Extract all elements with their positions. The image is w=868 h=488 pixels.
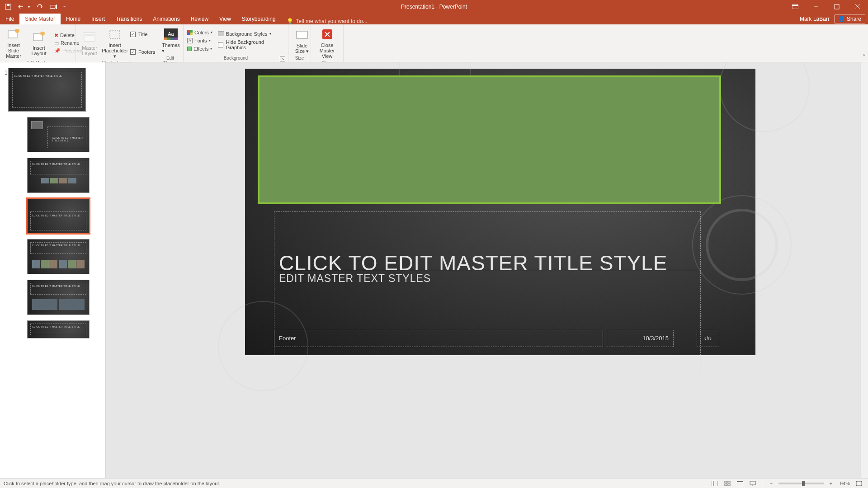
svg-rect-34 xyxy=(728,481,730,483)
vertical-scrollbar[interactable] xyxy=(860,62,868,478)
zoom-level[interactable]: 94% xyxy=(838,481,852,486)
effects-icon xyxy=(187,47,192,51)
user-name[interactable]: Mark LaBarr xyxy=(800,16,830,22)
redo-icon[interactable] xyxy=(36,3,43,10)
title-checkbox[interactable]: ✓Title xyxy=(128,31,157,38)
group-background: Colors▾ AFonts▾ Effects▾ Background Styl… xyxy=(184,24,288,62)
title-bar: ▾ ⁼ Presentation1 - PowerPoint xyxy=(0,0,868,14)
footer-placeholder[interactable]: Footer xyxy=(274,330,603,347)
colors-icon xyxy=(187,30,193,35)
group-master-layout: Master Layout Insert Placeholder ▾ ✓Titl… xyxy=(76,24,157,62)
master-thumbnail[interactable]: CLICK TO EDIT MASTER TITLE STYLE xyxy=(8,68,86,112)
layout-thumbnail[interactable]: CLICK TO EDIT MASTER TITLE STYLE xyxy=(27,280,90,315)
tab-file[interactable]: File xyxy=(0,14,19,24)
share-button[interactable]: 👤 Share xyxy=(834,14,865,23)
svg-rect-35 xyxy=(725,484,727,486)
date-placeholder[interactable]: 10/3/2015 xyxy=(607,330,674,347)
slide-sorter-view-icon[interactable] xyxy=(722,479,733,488)
tab-view[interactable]: View xyxy=(214,14,236,24)
svg-rect-19 xyxy=(167,38,170,40)
layout-thumbnail[interactable]: CLICK TO EDIT MASTER TITLE STYLE xyxy=(27,320,90,338)
svg-rect-27 xyxy=(297,31,307,38)
undo-icon[interactable] xyxy=(18,3,25,10)
tab-animations[interactable]: Animations xyxy=(147,14,185,24)
save-icon[interactable] xyxy=(5,3,12,10)
insert-layout-label: Insert Layout xyxy=(31,45,46,56)
svg-rect-21 xyxy=(174,38,178,40)
fit-to-window-icon[interactable] xyxy=(854,479,864,488)
hide-background-checkbox[interactable]: Hide Background Graphics xyxy=(216,38,286,51)
insert-layout-button[interactable]: Insert Layout xyxy=(27,25,51,61)
close-master-icon xyxy=(320,27,335,42)
close-master-view-button[interactable]: Close Master View xyxy=(313,25,341,61)
slide-number-placeholder[interactable]: ‹#› xyxy=(697,330,719,347)
normal-view-icon[interactable] xyxy=(709,479,720,488)
svg-rect-20 xyxy=(170,38,174,40)
insert-slide-master-button[interactable]: Insert Slide Master xyxy=(2,25,25,61)
zoom-in-button[interactable]: + xyxy=(826,479,836,488)
tab-storyboarding[interactable]: Storyboarding xyxy=(236,14,281,24)
master-layout-label: Master Layout xyxy=(82,45,97,56)
background-dialog-launcher[interactable]: ↘ xyxy=(280,56,285,61)
svg-rect-26 xyxy=(218,31,224,36)
undo-dropdown-icon[interactable]: ▾ xyxy=(28,5,30,9)
tab-review[interactable]: Review xyxy=(185,14,214,24)
insert-placeholder-button[interactable]: Insert Placeholder ▾ xyxy=(103,25,127,61)
maximize-button[interactable] xyxy=(826,0,847,14)
tab-slide-master[interactable]: Slide Master xyxy=(19,14,61,24)
delete-icon: ✖ xyxy=(54,33,58,38)
tab-insert[interactable]: Insert xyxy=(86,14,110,24)
slide-canvas[interactable]: CLICK TO EDIT MASTER TITLE STYLE EDIT MA… xyxy=(245,69,755,355)
fonts-button[interactable]: AFonts▾ xyxy=(185,37,214,44)
close-button[interactable] xyxy=(847,0,868,14)
group-edit-theme-label: Edit Theme xyxy=(159,56,181,62)
footers-checkbox[interactable]: ✓Footers xyxy=(128,48,157,56)
hide-background-label: Hide Background Graphics xyxy=(226,39,284,50)
svg-rect-36 xyxy=(728,484,730,486)
colors-button[interactable]: Colors▾ xyxy=(185,29,214,36)
themes-button[interactable]: Aa Themes▾ xyxy=(159,25,183,56)
start-from-beginning-icon[interactable] xyxy=(50,3,57,10)
zoom-out-button[interactable]: − xyxy=(766,479,777,488)
group-background-label: Background xyxy=(224,56,248,62)
ribbon-tabs: File Slide Master Home Insert Transition… xyxy=(0,14,868,24)
slideshow-view-icon[interactable] xyxy=(747,479,758,488)
collapse-ribbon-icon[interactable]: ˄ xyxy=(863,54,865,60)
title-placeholder[interactable]: CLICK TO EDIT MASTER TITLE STYLE EDIT MA… xyxy=(274,211,701,373)
svg-rect-1 xyxy=(7,4,9,6)
svg-rect-31 xyxy=(712,481,718,486)
background-styles-button[interactable]: Background Styles▾ xyxy=(216,30,286,38)
thumbnail-scroll[interactable]: CLICK TO EDIT MASTER TITLE STYLE CLICK T… xyxy=(0,62,99,478)
tab-transitions[interactable]: Transitions xyxy=(110,14,147,24)
customize-qat-icon[interactable]: ⁼ xyxy=(63,5,66,9)
minimize-button[interactable] xyxy=(806,0,826,14)
group-size: Slide Size ▾ Size xyxy=(288,24,311,62)
slide-size-button[interactable]: Slide Size ▾ xyxy=(290,25,314,56)
slide-size-label: Slide Size ▾ xyxy=(295,43,309,54)
svg-rect-6 xyxy=(835,5,839,9)
master-layout-button: Master Layout xyxy=(78,25,101,61)
svg-rect-33 xyxy=(725,481,727,483)
tab-home[interactable]: Home xyxy=(61,14,86,24)
reading-view-icon[interactable] xyxy=(735,479,745,488)
picture-placeholder[interactable] xyxy=(258,75,721,204)
share-label: Share xyxy=(847,16,861,22)
svg-rect-23 xyxy=(190,30,193,33)
group-size-label: Size xyxy=(295,56,304,62)
chevron-down-icon: ▾ xyxy=(209,38,211,42)
layout-thumbnail[interactable]: CLICK TO EDIT MASTER TITLE STYLE xyxy=(27,239,90,274)
insert-placeholder-icon xyxy=(108,27,122,42)
rename-icon: ▭ xyxy=(54,40,59,46)
layout-thumbnail[interactable]: CLICK TO EDIT MASTERTITLE STYLE xyxy=(27,117,90,152)
footer-label: Footer xyxy=(279,335,296,342)
tell-me-search[interactable]: 💡 Tell me what you want to do... xyxy=(281,18,373,24)
layout-thumbnail-selected[interactable]: CLICK TO EDIT MASTER TITLE STYLE xyxy=(27,198,90,234)
ribbon-display-options-icon[interactable] xyxy=(785,0,806,14)
layout-thumbnail[interactable]: CLICK TO EDIT MASTER TITLE STYLE xyxy=(27,158,90,193)
workspace: 1 CLICK TO EDIT MASTER TITLE STYLE CLICK… xyxy=(0,62,868,478)
close-master-label: Close Master View xyxy=(316,42,339,59)
zoom-slider[interactable] xyxy=(778,483,824,484)
slide-canvas-area: CLICK TO EDIT MASTER TITLE STYLE EDIT MA… xyxy=(106,62,868,478)
effects-button[interactable]: Effects▾ xyxy=(185,45,214,52)
svg-rect-25 xyxy=(190,33,193,35)
